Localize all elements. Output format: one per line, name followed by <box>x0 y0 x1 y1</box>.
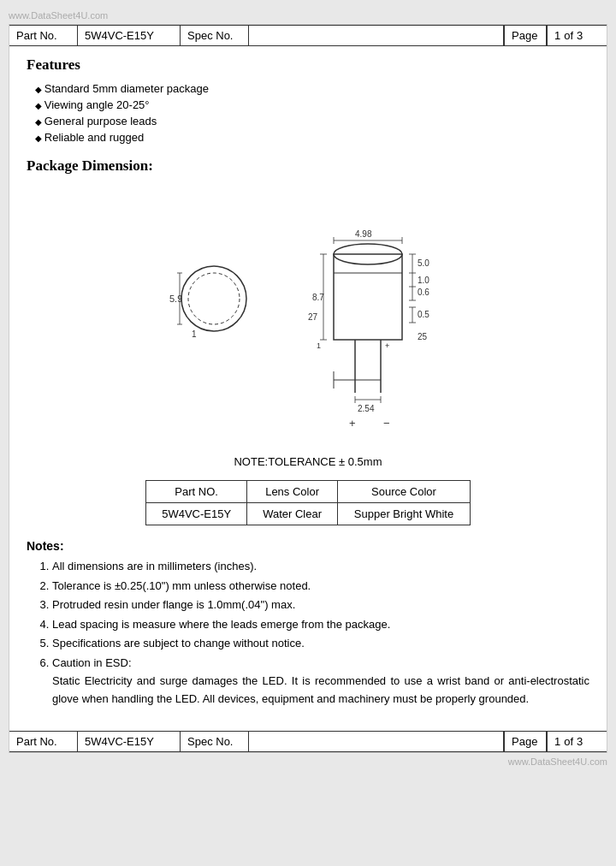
svg-text:25: 25 <box>418 332 428 341</box>
page-current: 1 <box>554 29 560 42</box>
tolerance-note: NOTE:TOLERANCE ± 0.5mm <box>27 455 589 468</box>
note-item-6: Caution in ESD: <box>52 655 589 672</box>
footer-page-of: of <box>564 735 573 748</box>
package-title: Package Dimension: <box>27 157 589 175</box>
note-item-1: All dimensions are in millimeters (inche… <box>52 558 589 575</box>
feature-item: Reliable and rugged <box>35 129 589 145</box>
table-cell-part: 5W4VC-E15Y <box>146 503 247 525</box>
parts-table: Part NO. Lens Color Source Color 5W4VC-E… <box>145 480 471 525</box>
table-header-source: Source Color <box>337 481 470 503</box>
feature-item: General purpose leads <box>35 113 589 129</box>
footer-row: Part No. 5W4VC-E15Y Spec No. Page 1 of 3 <box>9 731 607 752</box>
watermark-bottom: www.DataSheet4U.com <box>9 753 607 768</box>
footer-page-label: Page <box>504 732 547 751</box>
features-list: Standard 5mm diameter package Viewing an… <box>27 80 589 145</box>
footer-part-label: Part No. <box>9 732 78 751</box>
note-item-5: Specifications are subject to change wit… <box>52 635 589 652</box>
footer-page-total: 3 <box>577 735 583 748</box>
part-value: 5W4VC-E15Y <box>78 26 181 45</box>
part-label: Part No. <box>9 26 78 45</box>
table-cell-source: Supper Bright White <box>337 503 470 525</box>
svg-text:1: 1 <box>317 341 321 350</box>
table-header-part: Part NO. <box>146 481 247 503</box>
notes-list: All dimensions are in millimeters (inche… <box>27 558 589 671</box>
svg-rect-8 <box>334 254 402 340</box>
page-value: 1 of 3 <box>547 26 607 45</box>
diagram-area: 5.9 1 4.98 <box>27 183 589 448</box>
footer-part-value: 5W4VC-E15Y <box>78 732 181 751</box>
feature-item: Standard 5mm diameter package <box>35 80 589 97</box>
notes-title: Notes: <box>27 539 589 553</box>
spec-value <box>249 26 504 45</box>
notes-section: Notes: All dimensions are in millimeters… <box>27 539 589 709</box>
svg-text:5.0: 5.0 <box>418 258 429 268</box>
page-of: of <box>564 29 573 42</box>
svg-text:8.7: 8.7 <box>312 293 324 302</box>
svg-text:0.6: 0.6 <box>418 288 429 297</box>
svg-text:1.0: 1.0 <box>418 276 429 285</box>
svg-text:4.98: 4.98 <box>355 229 372 239</box>
svg-text:+: + <box>385 341 389 350</box>
dimension-diagram: 5.9 1 4.98 <box>128 187 488 444</box>
watermark-top: www.DataSheet4U.com <box>9 9 607 24</box>
header-row: Part No. 5W4VC-E15Y Spec No. Page 1 of 3 <box>9 25 607 46</box>
note-item-4: Lead spacing is measure where the leads … <box>52 616 589 633</box>
note-item-3: Protruded resin under flange is 1.0mm(.0… <box>52 596 589 614</box>
note-item-2: Tolerance is ±0.25(.10") mm unless other… <box>52 578 589 595</box>
svg-point-0 <box>181 266 246 331</box>
footer-spec-value <box>249 732 504 751</box>
footer-spec-label: Spec No. <box>181 732 249 751</box>
svg-point-1 <box>188 273 240 324</box>
table-header-lens: Lens Color <box>247 481 338 503</box>
feature-item: Viewing angle 20-25° <box>35 97 589 113</box>
svg-text:0.5: 0.5 <box>418 310 429 319</box>
page-container: Part No. 5W4VC-E15Y Spec No. Page 1 of 3… <box>9 24 607 753</box>
svg-text:−: − <box>383 417 390 430</box>
svg-text:+: + <box>349 417 356 430</box>
page-label: Page <box>504 26 547 45</box>
esd-paragraph: Static Electricity and surge damages the… <box>52 673 589 709</box>
table-cell-lens: Water Clear <box>247 503 338 525</box>
svg-text:1: 1 <box>192 329 197 339</box>
features-title: Features <box>27 56 589 74</box>
footer-page-value: 1 of 3 <box>547 732 607 751</box>
table-row: 5W4VC-E15Y Water Clear Supper Bright Whi… <box>146 503 471 525</box>
footer-page-current: 1 <box>554 735 560 748</box>
svg-text:2.54: 2.54 <box>358 404 375 413</box>
svg-text:5.9: 5.9 <box>169 294 182 304</box>
spec-label: Spec No. <box>181 26 249 45</box>
page-total: 3 <box>577 29 583 42</box>
svg-text:27: 27 <box>308 312 318 322</box>
content-area: Features Standard 5mm diameter package V… <box>9 46 607 731</box>
